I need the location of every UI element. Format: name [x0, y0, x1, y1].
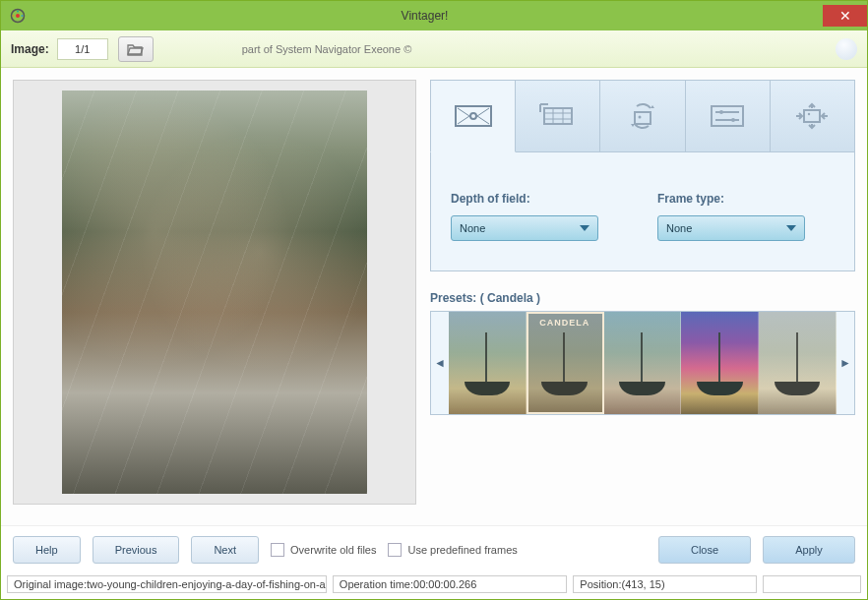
chevron-right-icon: ► [839, 356, 851, 370]
svg-point-4 [13, 15, 15, 17]
frame-type-label: Frame type: [657, 192, 805, 206]
tool-tabs [430, 80, 855, 152]
svg-rect-25 [804, 110, 820, 122]
chevron-left-icon: ◄ [434, 356, 446, 370]
image-label: Image: [11, 42, 49, 56]
svg-point-2 [17, 11, 19, 13]
svg-line-8 [458, 116, 469, 124]
svg-rect-20 [712, 106, 743, 126]
svg-point-26 [808, 113, 810, 115]
apply-button[interactable]: Apply [763, 536, 855, 564]
svg-point-6 [470, 113, 476, 119]
app-window: Vintager! ✕ Image: 1/1 part of System Na… [0, 0, 868, 600]
presets-strip: ◄ CANDELA ► [430, 311, 855, 415]
chevron-down-icon [786, 225, 796, 231]
svg-rect-18 [635, 112, 651, 124]
presets-scroll-right[interactable]: ► [837, 312, 854, 414]
tab-effects[interactable] [430, 80, 516, 152]
status-position: Position: (413, 15) [573, 575, 757, 593]
status-operation-time: Operation time: 00:00:00.266 [333, 575, 567, 593]
window-title: Vintager! [27, 9, 823, 23]
presets-label: Presets: ( Candela ) [430, 291, 855, 305]
predefined-frames-label: Use predefined frames [407, 544, 517, 556]
titlebar[interactable]: Vintager! ✕ [1, 1, 867, 30]
svg-rect-5 [456, 106, 491, 126]
overwrite-label: Overwrite old files [290, 544, 376, 556]
svg-point-23 [719, 110, 723, 114]
depth-of-field-value: None [460, 222, 485, 234]
checkbox-icon [271, 543, 284, 557]
open-folder-button[interactable] [118, 36, 154, 62]
resize-icon [792, 102, 832, 130]
checkbox-icon [388, 543, 402, 557]
next-button[interactable]: Next [191, 536, 259, 564]
tab-panel-effects: Depth of field: None Frame type: None [430, 152, 855, 271]
rotate-icon [623, 102, 662, 130]
effects-icon [454, 102, 493, 130]
status-empty [763, 575, 861, 593]
tab-resize[interactable] [771, 80, 855, 152]
image-preview-panel [13, 80, 416, 505]
preset-thumb[interactable] [604, 312, 682, 414]
frame-type-value: None [666, 222, 692, 234]
preset-thumb-selected[interactable]: CANDELA [527, 312, 604, 414]
depth-of-field-label: Depth of field: [451, 192, 598, 206]
tab-adjust[interactable] [686, 80, 771, 152]
preset-thumb[interactable] [681, 312, 759, 414]
svg-point-19 [639, 116, 642, 119]
svg-line-7 [458, 108, 469, 116]
toolbar: Image: 1/1 part of System Navigator Exeo… [1, 30, 867, 68]
chevron-down-icon [580, 225, 589, 231]
main-body: Depth of field: None Frame type: None [1, 68, 867, 525]
svg-line-10 [477, 116, 489, 124]
preview-image[interactable] [62, 90, 367, 494]
tagline: part of System Navigator Exeone © [242, 43, 412, 55]
svg-point-3 [22, 15, 24, 17]
preset-thumb[interactable] [449, 312, 527, 414]
predefined-frames-checkbox[interactable]: Use predefined frames [388, 543, 517, 557]
app-icon [9, 7, 27, 25]
svg-rect-11 [544, 108, 572, 124]
right-panel: Depth of field: None Frame type: None [430, 80, 855, 525]
tab-rotate[interactable] [600, 80, 685, 152]
image-counter: 1/1 [57, 38, 108, 60]
svg-line-9 [477, 108, 489, 116]
brand-logo [836, 38, 857, 60]
presets-section: Presets: ( Candela ) ◄ CANDELA ► [430, 291, 855, 415]
sliders-icon [708, 102, 747, 130]
crop-icon [538, 102, 578, 130]
tab-crop[interactable] [516, 80, 600, 152]
depth-of-field-dropdown[interactable]: None [451, 215, 598, 241]
close-icon: ✕ [839, 8, 851, 24]
close-button[interactable]: Close [658, 536, 751, 564]
svg-point-24 [731, 118, 735, 122]
preset-thumb[interactable] [759, 312, 837, 414]
previous-button[interactable]: Previous [93, 536, 180, 564]
presets-thumbs: CANDELA [449, 312, 837, 414]
close-window-button[interactable]: ✕ [823, 5, 867, 27]
preset-name: CANDELA [527, 318, 603, 328]
frame-type-dropdown[interactable]: None [657, 215, 805, 241]
presets-scroll-left[interactable]: ◄ [431, 312, 449, 414]
overwrite-checkbox[interactable]: Overwrite old files [271, 543, 376, 557]
folder-open-icon [127, 42, 145, 56]
help-button[interactable]: Help [13, 536, 81, 564]
bottom-bar: Help Previous Next Overwrite old files U… [1, 525, 867, 573]
svg-point-1 [16, 14, 20, 18]
status-bar: Original image: two-young-children-enjoy… [1, 573, 867, 599]
status-original-image: Original image: two-young-children-enjoy… [7, 575, 327, 593]
